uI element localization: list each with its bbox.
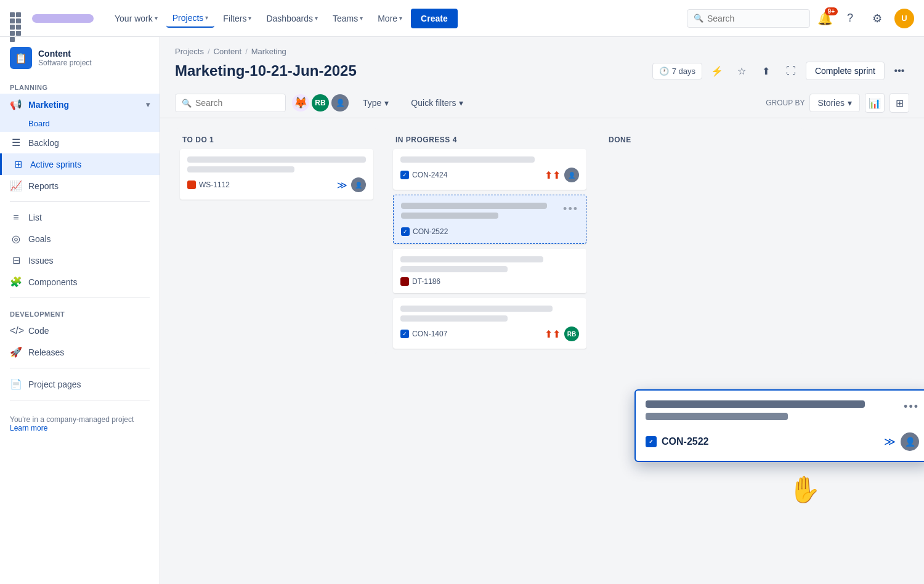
checkbox-icon (646, 436, 657, 447)
nav-filters[interactable]: Filters ▾ (217, 10, 257, 27)
sidebar-item-issues[interactable]: ⊟ Issues (0, 249, 160, 271)
dragged-card[interactable]: ••• CON-2522 ≫ 👤 (634, 389, 924, 462)
card-tag-maroon (400, 277, 409, 286)
notifications-button[interactable]: 🔔 9+ (817, 11, 833, 26)
card-line-2 (400, 315, 508, 322)
breadcrumb-marketing[interactable]: Marketing (251, 47, 286, 56)
checkbox-icon (401, 227, 410, 236)
chart-view-button[interactable]: 📊 (865, 93, 885, 113)
card-ws-1112[interactable]: WS-1112 ≫ 👤 (180, 149, 373, 200)
card-con-2424[interactable]: CON-2424 ⬆⬆ 👤 (393, 149, 586, 190)
card-dt-1186[interactable]: DT-1186 (393, 249, 586, 293)
group-by-button[interactable]: Stories ▾ (809, 94, 860, 112)
nav-projects[interactable]: Projects ▾ (166, 9, 215, 28)
avatars-group: 🦊 RB 👤 (292, 94, 349, 112)
sidebar-item-board[interactable]: Board (0, 115, 160, 132)
card-footer: DT-1186 (400, 277, 579, 286)
quick-filters-button[interactable]: Quick filters ▾ (403, 94, 471, 112)
header-right: 🕐 7 days ⚡ ☆ ⬆ ⛶ Complete sprint ••• (652, 61, 909, 81)
card-line-1 (187, 156, 366, 163)
checkbox-icon (400, 171, 409, 179)
backlog-icon: ☰ (10, 137, 22, 148)
nav-teams[interactable]: Teams ▾ (326, 10, 369, 27)
sidebar-item-goals[interactable]: ◎ Goals (0, 228, 160, 249)
sidebar: 📋 Content Software project PLANNING 📢 Ma… (0, 37, 160, 584)
complete-sprint-button[interactable]: Complete sprint (806, 62, 885, 80)
expand-button[interactable]: ⛶ (781, 61, 801, 81)
components-icon: 🧩 (10, 276, 22, 288)
global-search-box[interactable]: 🔍 (687, 9, 810, 28)
sidebar-item-project-pages[interactable]: 📄 Project pages (0, 373, 160, 395)
releases-icon: 🚀 (10, 346, 22, 358)
help-button[interactable]: ? (840, 9, 860, 28)
more-options-button[interactable]: ••• (890, 61, 909, 81)
card-id: CON-1407 (400, 330, 447, 338)
sidebar-item-backlog[interactable]: ☰ Backlog (0, 132, 160, 153)
avatar-user[interactable]: 👤 (331, 94, 349, 112)
dots-menu[interactable]: ••• (563, 203, 578, 216)
sidebar-item-list[interactable]: ≡ List (0, 207, 160, 228)
user-avatar[interactable]: U (894, 9, 914, 28)
clock-icon: 🕐 (659, 67, 669, 76)
card-footer: CON-2424 ⬆⬆ 👤 (400, 168, 579, 182)
page-title: Marketing-10-21-Jun-2025 (175, 62, 357, 79)
chevron-down-icon: ▾ (155, 15, 158, 22)
dragged-card-dots[interactable]: ••• (904, 400, 919, 413)
top-nav: Your work ▾ Projects ▾ Filters ▾ Dashboa… (0, 0, 924, 37)
card-icons: ⬆⬆ RB (545, 326, 579, 341)
chevron-down-icon: ▾ (146, 100, 150, 109)
board-search-input[interactable] (195, 98, 269, 108)
column-todo-header: TO DO 1 (175, 128, 378, 149)
project-header: 📋 Content Software project (0, 37, 160, 76)
nav-more[interactable]: More ▾ (371, 10, 408, 27)
share-button[interactable]: ⬆ (756, 61, 776, 81)
breadcrumb-content[interactable]: Content (214, 47, 242, 56)
days-badge: 🕐 7 days (652, 63, 702, 79)
sidebar-divider (10, 201, 150, 202)
settings-button[interactable]: ⚙ (867, 9, 887, 28)
star-button[interactable]: ☆ (732, 61, 752, 81)
column-todo: TO DO 1 WS-1112 ≫ 👤 (175, 128, 378, 354)
pages-icon: 📄 (10, 378, 22, 390)
project-subtitle: Software project (38, 59, 150, 67)
breadcrumb: Projects / Content / Marketing (160, 37, 924, 59)
avatar-emoji[interactable]: 🦊 (292, 94, 309, 112)
card-line-1 (400, 156, 535, 163)
nav-your-work[interactable]: Your work ▾ (108, 10, 164, 27)
global-search-input[interactable] (707, 14, 793, 23)
lightning-button[interactable]: ⚡ (707, 61, 727, 81)
chevron-down-icon: ▾ (248, 15, 251, 22)
checkbox-icon (400, 330, 409, 338)
sidebar-item-releases[interactable]: 🚀 Releases (0, 341, 160, 363)
nav-dashboards[interactable]: Dashboards ▾ (260, 10, 324, 27)
card-line-2 (401, 213, 498, 219)
dragged-card-id: CON-2522 (646, 436, 708, 447)
card-con-1407[interactable]: CON-1407 ⬆⬆ RB (393, 298, 586, 349)
board-search-box[interactable]: 🔍 (175, 94, 286, 112)
chevron-down-icon: ▾ (459, 98, 463, 108)
sidebar-item-reports[interactable]: 📈 Reports (0, 175, 160, 197)
group-by-area: GROUP BY Stories ▾ 📊 ⊞ (766, 93, 909, 113)
sidebar-divider-pages (10, 368, 150, 368)
project-info: Content Software project (38, 49, 150, 67)
code-icon: </> (10, 325, 22, 336)
dragged-card-icons: ≫ 👤 (884, 432, 919, 451)
priority-icon: ⬆⬆ (545, 328, 561, 340)
create-button[interactable]: Create (411, 9, 458, 28)
grid-icon[interactable] (10, 12, 22, 25)
sidebar-item-active-sprints[interactable]: ⊞ Active sprints (0, 153, 160, 175)
sidebar-item-components[interactable]: 🧩 Components (0, 271, 160, 293)
list-icon: ≡ (10, 212, 22, 223)
card-id: CON-2522 (401, 227, 448, 236)
learn-more-link[interactable]: Learn more (10, 424, 47, 432)
sidebar-footer-divider (10, 400, 150, 400)
sidebar-item-marketing[interactable]: 📢 Marketing ▾ (0, 94, 160, 115)
card-line-1 (401, 203, 547, 209)
card-con-2522-source[interactable]: ••• CON-2522 (393, 195, 586, 244)
sidebar-item-code[interactable]: </> Code (0, 320, 160, 341)
avatar-rb[interactable]: RB (312, 94, 329, 112)
card-tag-red (187, 180, 196, 189)
breadcrumb-projects[interactable]: Projects (175, 47, 204, 56)
filter-settings-button[interactable]: ⊞ (890, 93, 909, 113)
type-filter-button[interactable]: Type ▾ (355, 94, 397, 112)
